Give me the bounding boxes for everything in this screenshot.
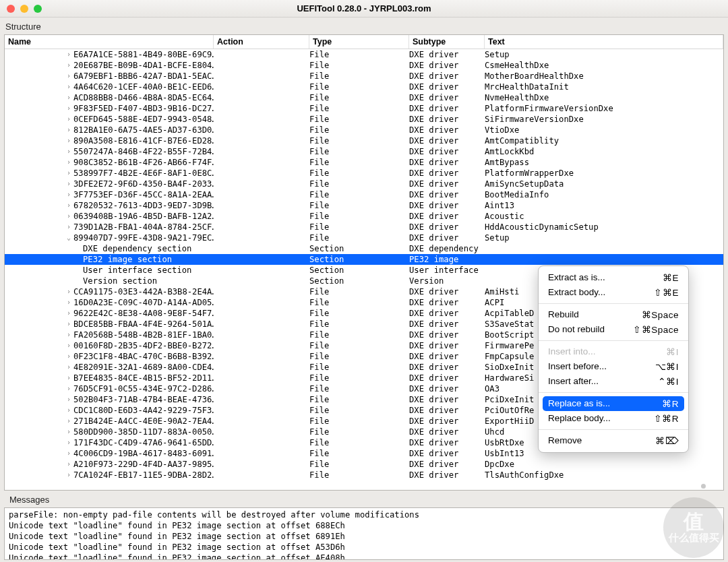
disclosure-arrow-icon[interactable]: ⌄: [64, 232, 73, 243]
disclosure-arrow-icon[interactable]: ›: [64, 405, 73, 416]
tree-row[interactable]: ›890A3508-E816-41CF-B7E6-ED28…FileDXE dr…: [5, 135, 723, 146]
row-subtype: DXE driver: [409, 211, 485, 222]
row-subtype: DXE driver: [409, 135, 485, 146]
tree-row[interactable]: ›0CEFD645-588E-4ED7-9943-0548…FileDXE dr…: [5, 114, 723, 125]
disclosure-arrow-icon[interactable]: ›: [64, 222, 73, 232]
disclosure-arrow-icon[interactable]: ›: [64, 135, 73, 146]
disclosure-arrow-icon[interactable]: ›: [64, 125, 73, 135]
disclosure-arrow-icon[interactable]: ›: [64, 114, 73, 125]
tree-row[interactable]: DXE dependency sectionSectionDXE depende…: [5, 243, 723, 254]
menu-item[interactable]: Do not rebuild⇧⌘Space: [539, 322, 688, 337]
tree-row[interactable]: ›ACD88BB8-D466-4B8A-8DA5-EC64…FileDXE dr…: [5, 92, 723, 103]
tree-row[interactable]: ›538997F7-4B2E-4E6F-8AF1-0E8C…FileDXE dr…: [5, 168, 723, 179]
tree-row[interactable]: ›9F83F5ED-F407-4BD3-9B16-DC27…FileDXE dr…: [5, 103, 723, 114]
disclosure-arrow-icon[interactable]: ›: [64, 82, 73, 92]
menu-item[interactable]: Remove⌘⌦: [539, 433, 688, 448]
row-action: [214, 82, 309, 92]
row-subtype: DXE driver: [409, 49, 485, 60]
disclosure-arrow-icon[interactable]: ›: [64, 92, 73, 103]
disclosure-arrow-icon[interactable]: ›: [64, 383, 73, 394]
col-name[interactable]: Name: [5, 35, 214, 49]
tree-row[interactable]: ⌄899407D7-99FE-43D8-9A21-79EC…FileDXE dr…: [5, 232, 723, 243]
menu-label: Replace body...: [548, 413, 611, 424]
disclosure-arrow-icon[interactable]: ›: [64, 437, 73, 448]
row-text: MotherBoardHealthDxe: [485, 71, 723, 82]
tree-row[interactable]: ›739D1A2B-FBA1-404A-8784-25CF…FileDXE dr…: [5, 222, 723, 232]
disclosure-arrow-icon[interactable]: ›: [64, 427, 73, 437]
disclosure-arrow-icon[interactable]: ›: [64, 179, 73, 189]
disclosure-arrow-icon[interactable]: ›: [64, 200, 73, 211]
col-type[interactable]: Type: [309, 35, 409, 49]
disclosure-arrow-icon[interactable]: ›: [64, 157, 73, 168]
messages-box[interactable]: parseFile: non-empty pad-file contents w…: [4, 507, 724, 560]
message-line[interactable]: Unicode text "loadline" found in PE32 im…: [9, 542, 719, 553]
disclosure-arrow-icon[interactable]: ›: [64, 71, 73, 82]
disclosure-arrow-icon[interactable]: ›: [64, 362, 73, 373]
disclosure-arrow-icon[interactable]: ›: [64, 470, 73, 480]
disclosure-arrow-icon[interactable]: ›: [64, 351, 73, 362]
tree-row[interactable]: ›7CA1024F-EB17-11E5-9DBA-28D2…FileDXE dr…: [5, 470, 723, 480]
tree-row[interactable]: ›908C3852-B61B-4F26-AB66-F74F…FileDXE dr…: [5, 157, 723, 168]
message-line[interactable]: Unicode text "loadline" found in PE32 im…: [9, 553, 719, 560]
disclosure-arrow-icon[interactable]: ›: [64, 286, 73, 297]
disclosure-arrow-icon[interactable]: ›: [64, 416, 73, 427]
disclosure-arrow-icon[interactable]: ›: [64, 394, 73, 405]
menu-label: Extract body...: [548, 287, 605, 298]
disclosure-arrow-icon[interactable]: ›: [64, 373, 73, 383]
row-subtype: DXE driver: [409, 200, 485, 211]
disclosure-arrow-icon[interactable]: ›: [64, 330, 73, 340]
tree-row[interactable]: ›3DFE2E72-9F6D-4350-BA4F-2033…FileDXE dr…: [5, 179, 723, 189]
disclosure-arrow-icon[interactable]: ›: [64, 146, 73, 157]
menu-item[interactable]: Extract body...⇧⌘E: [539, 285, 688, 300]
row-name: 4C006CD9-19BA-4617-8483-6091…: [73, 449, 214, 458]
tree-row[interactable]: ›5507247A-846B-4F22-B55F-72B4…FileDXE dr…: [5, 146, 723, 157]
message-line[interactable]: Unicode text "loadline" found in PE32 im…: [9, 520, 719, 531]
row-subtype: DXE driver: [409, 470, 485, 480]
row-name: Version section: [83, 276, 157, 286]
menu-item[interactable]: Insert after...⌃⌘I: [539, 374, 688, 389]
row-subtype: PE32 image: [409, 254, 485, 265]
menu-shortcut: ⌘E: [663, 272, 679, 283]
tree-row[interactable]: PE32 image sectionSectionPE32 image: [5, 254, 723, 265]
row-name: 502B04F3-71AB-47B4-BEAE-4736…: [73, 395, 214, 404]
menu-item[interactable]: Extract as is...⌘E: [539, 270, 688, 285]
menu-item[interactable]: Rebuild⌘Space: [539, 307, 688, 322]
col-subtype[interactable]: Subtype: [409, 35, 485, 49]
menu-item[interactable]: Replace body...⇧⌘R: [539, 411, 688, 426]
menu-item[interactable]: Insert before...⌥⌘I: [539, 359, 688, 374]
row-name: FA20568B-548B-4B2B-81EF-1BA0…: [73, 330, 214, 340]
window-title: UEFITool 0.28.0 - JYRPL003.rom: [0, 3, 728, 13]
disclosure-arrow-icon[interactable]: ›: [64, 211, 73, 222]
row-name: 4A64C620-1CEF-40A0-BE1C-EED6…: [73, 82, 214, 92]
disclosure-arrow-icon[interactable]: ›: [64, 308, 73, 319]
row-subtype: DXE driver: [409, 319, 485, 330]
menu-item[interactable]: Replace as is...⌘R: [543, 396, 684, 411]
row-subtype: DXE driver: [409, 308, 485, 319]
disclosure-arrow-icon[interactable]: ›: [64, 459, 73, 470]
disclosure-arrow-icon[interactable]: ›: [64, 448, 73, 459]
tree-row[interactable]: ›E6A7A1CE-5881-4B49-80BE-69C9…FileDXE dr…: [5, 49, 723, 60]
disclosure-arrow-icon[interactable]: ›: [64, 49, 73, 60]
tree-row[interactable]: ›3F7753EF-D36F-45CC-8A1A-2EAA…FileDXE dr…: [5, 189, 723, 200]
tree-row[interactable]: ›6A79EBF1-BBB6-42A7-BDA1-5EAC…FileDXE dr…: [5, 71, 723, 82]
tree-row[interactable]: ›4A64C620-1CEF-40A0-BE1C-EED6…FileDXE dr…: [5, 82, 723, 92]
disclosure-arrow-icon[interactable]: ›: [64, 60, 73, 71]
col-text[interactable]: Text: [485, 35, 723, 49]
disclosure-arrow-icon[interactable]: ›: [64, 189, 73, 200]
disclosure-arrow-icon[interactable]: ›: [64, 297, 73, 308]
row-text: [485, 254, 723, 265]
tree-row[interactable]: ›0639408B-19A6-4B5D-BAFB-12A2…FileDXE dr…: [5, 211, 723, 222]
tree-row[interactable]: ›20E687BE-B09B-4DA1-BCFE-E804…FileDXE dr…: [5, 60, 723, 71]
tree-row[interactable]: ›A210F973-229D-4F4D-AA37-9895…FileDXE dr…: [5, 459, 723, 470]
tree-row[interactable]: ›812BA1E0-6A75-4AE5-AD37-63D0…FileDXE dr…: [5, 125, 723, 135]
row-text: Acoustic: [485, 211, 723, 222]
disclosure-arrow-icon[interactable]: ›: [64, 168, 73, 179]
tree-row[interactable]: ›67820532-7613-4DD3-9ED7-3D9B…FileDXE dr…: [5, 200, 723, 211]
col-action[interactable]: Action: [214, 35, 309, 49]
disclosure-arrow-icon[interactable]: ›: [64, 103, 73, 114]
disclosure-arrow-icon[interactable]: ›: [64, 319, 73, 330]
context-menu[interactable]: Extract as is...⌘EExtract body...⇧⌘ERebu…: [538, 266, 689, 453]
disclosure-arrow-icon[interactable]: ›: [64, 340, 73, 351]
message-line[interactable]: parseFile: non-empty pad-file contents w…: [9, 509, 719, 520]
message-line[interactable]: Unicode text "loadline" found in PE32 im…: [9, 531, 719, 542]
